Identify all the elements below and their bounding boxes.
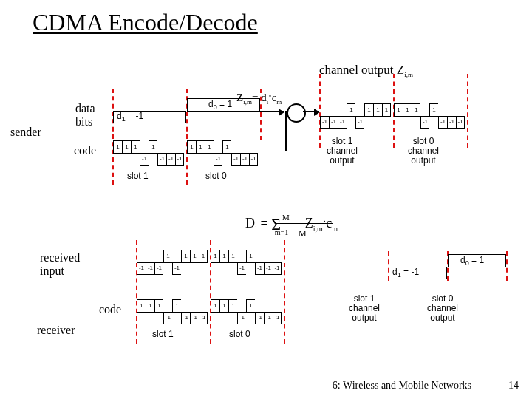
chip-cell: 1 xyxy=(187,140,196,153)
chip-cell: 1 xyxy=(228,299,237,312)
data-bits-label: data bits xyxy=(75,102,95,128)
chip-cell: -1 xyxy=(329,116,338,129)
chip-cell: 1 xyxy=(181,250,190,262)
chip-cell: -1 xyxy=(199,312,208,324)
guide xyxy=(467,74,468,148)
code-label-bot: code xyxy=(99,303,121,316)
chip-cell: -1 xyxy=(231,153,240,166)
chip-cell: -1 xyxy=(249,153,258,166)
chip-cell: 1 xyxy=(211,250,219,262)
chip-cell: -1 xyxy=(163,312,172,324)
page-title: CDMA Encode/Decode xyxy=(33,9,258,36)
rx-seq-slot1: -1-1-11-1111 xyxy=(137,250,208,275)
chip-cell: 1 xyxy=(403,103,412,116)
enc-seq-slot0: 111-11-1-1-1 xyxy=(394,103,465,129)
footer-page: 14 xyxy=(508,380,519,392)
rx-seq-slot0: 111-11-1-1-1 xyxy=(211,250,282,275)
d0-out-box: d0 = 1 xyxy=(448,254,506,267)
slot1-label-top: slot 1 xyxy=(127,171,149,181)
m-divisor: M xyxy=(299,229,307,239)
chip-cell: 1 xyxy=(137,299,146,312)
chip-cell: 1 xyxy=(429,103,438,116)
chip-cell: -1 xyxy=(420,116,429,129)
code-seq-bot-slot0: 111-11-1-1-1 xyxy=(211,299,282,324)
chip-cell: 1 xyxy=(364,103,373,116)
chip-cell: 1 xyxy=(219,299,228,312)
chip-cell: -1 xyxy=(355,116,364,129)
di-formula: Di = ΣMm=1 Zi,m.cm xyxy=(245,211,338,233)
chip-cell: 1 xyxy=(246,299,255,312)
enc-seq-slot1: -1-1-11-1111 xyxy=(320,103,391,129)
chip-cell: 1 xyxy=(196,140,205,153)
zim-formula: Zi,m= di.cm xyxy=(236,86,282,106)
guide xyxy=(284,240,285,344)
chip-cell: -1 xyxy=(273,312,282,324)
chip-cell: -1 xyxy=(237,262,246,275)
chip-cell: 1 xyxy=(122,140,131,153)
chip-cell: -1 xyxy=(157,153,166,166)
chip-cell: -1 xyxy=(237,312,246,324)
guide xyxy=(506,251,508,281)
chip-cell: -1 xyxy=(338,116,347,129)
chip-cell: 1 xyxy=(219,250,228,262)
code-seq-slot0: 111-11-1-1-1 xyxy=(187,140,258,166)
slot0-label-bot: slot 0 xyxy=(229,330,250,339)
chip-cell: 1 xyxy=(394,103,403,116)
slot0-out-label-top: slot 0 channel output xyxy=(408,137,439,166)
d1-box: d1 = -1 xyxy=(113,111,186,123)
chip-cell: 1 xyxy=(154,299,163,312)
chip-cell: -1 xyxy=(172,262,181,275)
d1-out-box: d1 = -1 xyxy=(389,267,447,279)
slot1-out-label-bot: slot 1 channel output xyxy=(349,294,380,324)
chip-cell: -1 xyxy=(264,312,273,324)
chip-cell: 1 xyxy=(246,250,255,262)
chip-cell: 1 xyxy=(228,250,237,262)
receiver-label: receiver xyxy=(37,324,75,337)
chip-cell: 1 xyxy=(211,299,219,312)
chip-cell: 1 xyxy=(163,250,172,262)
code-label-top: code xyxy=(74,144,96,157)
slot0-out-label-bot: slot 0 channel output xyxy=(427,294,458,324)
chip-cell: -1 xyxy=(154,262,163,275)
chip-cell: 1 xyxy=(131,140,140,153)
chip-cell: -1 xyxy=(273,262,282,275)
chip-cell: -1 xyxy=(214,153,222,166)
channel-output-label: channel output Zi,m xyxy=(319,64,413,79)
chip-cell: 1 xyxy=(146,299,154,312)
chip-cell: -1 xyxy=(240,153,249,166)
received-input-label: received input xyxy=(40,251,80,277)
chip-cell: 1 xyxy=(113,140,122,153)
chip-cell: 1 xyxy=(172,299,181,312)
code-seq-bot-slot1: 111-11-1-1-1 xyxy=(137,299,208,324)
multiplier-icon xyxy=(287,103,306,123)
chip-cell: 1 xyxy=(347,103,355,116)
chip-cell: -1 xyxy=(456,116,465,129)
slot1-label-bot: slot 1 xyxy=(152,330,174,339)
chip-cell: 1 xyxy=(149,140,157,153)
chip-cell: 1 xyxy=(412,103,420,116)
chip-cell: -1 xyxy=(447,116,456,129)
chip-cell: -1 xyxy=(255,262,264,275)
chip-cell: -1 xyxy=(137,262,146,275)
sender-label: sender xyxy=(10,126,41,139)
guide xyxy=(112,89,114,185)
chip-cell: -1 xyxy=(438,116,447,129)
chip-cell: 1 xyxy=(205,140,214,153)
chip-cell: -1 xyxy=(320,116,329,129)
chip-cell: 1 xyxy=(190,250,199,262)
chip-cell: 1 xyxy=(199,250,208,262)
slot0-label-top: slot 0 xyxy=(205,171,227,181)
slot1-out-label-top: slot 1 channel output xyxy=(327,137,358,166)
chip-cell: -1 xyxy=(264,262,273,275)
chip-cell: -1 xyxy=(255,312,264,324)
chip-cell: -1 xyxy=(140,153,149,166)
chip-cell: -1 xyxy=(190,312,199,324)
code-seq-slot1: 111-11-1-1-1 xyxy=(113,140,184,166)
footer-section: 6: Wireless and Mobile Networks xyxy=(332,380,471,392)
chip-cell: -1 xyxy=(146,262,154,275)
chip-cell: -1 xyxy=(181,312,190,324)
chip-cell: -1 xyxy=(166,153,175,166)
chip-cell: -1 xyxy=(175,153,184,166)
chip-cell: 1 xyxy=(373,103,382,116)
chip-cell: 1 xyxy=(382,103,391,116)
